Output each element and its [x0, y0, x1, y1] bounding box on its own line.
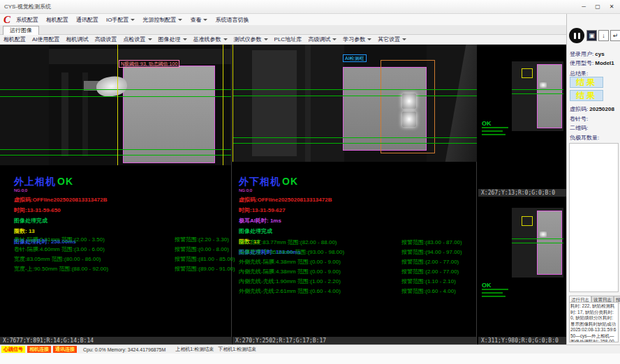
model-value: Model1	[595, 60, 614, 66]
close-icon[interactable]: ✕	[605, 1, 619, 12]
measurement-row: 卷针-隔膜:2.91mm 范围:(2.00 - 3.50)报警范围:(2.20 …	[14, 236, 230, 245]
middle-time: 时间:13-31-59-627	[239, 206, 469, 214]
left-camera-view: N极阈值:93, 动态阈值:100 外上相机OK NG:0;0 虚拟码:OFFl…	[0, 45, 232, 344]
menu-camera-config[interactable]: 相机配置	[46, 16, 68, 24]
pause-button[interactable]	[569, 28, 584, 43]
maximize-icon[interactable]: ▢	[591, 1, 605, 12]
machine-slot	[61, 73, 68, 156]
tab-run-image[interactable]: 运行图像	[3, 26, 39, 35]
login-user-label: 登录用户:	[570, 51, 593, 57]
status-bar: 心跳信号 相机连接 通讯连接 Cpu: 0.0% Memory: 3424.41…	[0, 344, 620, 354]
enter-button[interactable]: ↵	[610, 30, 620, 41]
ai-detect-label: AI检测框	[343, 54, 367, 62]
small-view-top: OK X:267;Y:13;R:0;G:0;B:0	[478, 45, 566, 197]
bright-tab	[540, 232, 547, 237]
virtual-code-label: 虚拟码:	[570, 106, 588, 112]
middle-camera-result-title: 外下相机OK	[239, 176, 469, 188]
log-content[interactable]: 耗时: 222, 缺陷检测耗时: 17, 缺陷分类耗时: 0, 缺陷级联分区耗时…	[569, 302, 619, 342]
tool-advanced-settings[interactable]: 高级设置	[95, 36, 117, 43]
left-barcode: 虚拟码:OFFline2025020813313472B	[14, 196, 223, 204]
bright-tab	[402, 112, 416, 127]
tool-plc-address[interactable]: PLC地址库	[274, 36, 302, 43]
chevron-down-icon	[367, 38, 371, 40]
enter-icon: ↵	[613, 32, 619, 39]
tool-advanced-debug[interactable]: 高级调试	[308, 36, 337, 43]
virtual-code-value: 20250208	[589, 106, 614, 112]
camera-connect-badge: 相机连接	[27, 346, 51, 353]
menu-light-config[interactable]: 光源控制配置	[142, 16, 182, 24]
measurement-row: 外侧壳线-壳线:2.61mm 范围:(0.60 - 4.00)报警范围:(0.6…	[239, 287, 476, 297]
bright-tab	[402, 93, 416, 109]
left-turn-count: 圈数: 13	[14, 227, 223, 235]
small-bottom-image[interactable]	[512, 208, 563, 278]
tab-count-label: 负极耳数量:	[570, 134, 599, 142]
small-bottom-coordinates: X:311;Y:980;R:0;G:0;B:0	[478, 337, 566, 344]
device-button[interactable]: ▣	[586, 30, 597, 41]
pause-icon	[578, 33, 580, 39]
middle-ng-subtitle: NG:0;0	[239, 188, 469, 193]
status-ok: OK	[57, 176, 73, 187]
result-list-box[interactable]	[569, 143, 619, 292]
model-row: 使用型号:Model1	[570, 59, 614, 67]
middle-barcode: 虚拟码:OFFline2025020813313472B	[239, 196, 469, 204]
chevron-down-icon	[131, 19, 135, 21]
measurement-row: 隔膜宽度-下:95.24mm 范围:(93.00 - 98.00)报警范围:(9…	[239, 248, 476, 258]
status-ok: OK	[282, 176, 298, 187]
marker-box	[522, 216, 533, 226]
tool-camera-debug[interactable]: 相机调试	[66, 36, 89, 43]
pause-icon	[574, 33, 576, 39]
app-window: CYS-视觉检测系统 ─ ▢ ✕ C 系统配置 相机配置 通讯配置 IO手配置 …	[0, 0, 620, 364]
measurement-row: 卷针-隔膜:4.60mm 范围:(3.00 - 6.00)报警范围:(0.00 …	[14, 245, 230, 255]
tool-spot-check[interactable]: 点检设置	[124, 36, 152, 43]
left-camera-result-title: 外上相机OK	[14, 176, 223, 188]
menu-language-switch[interactable]: 系统语言切换	[215, 16, 249, 24]
window-title: CYS-视觉检测系统	[4, 3, 51, 10]
device-icon: ▣	[589, 32, 595, 39]
cpu-memory-status: Cpu: 0.0% Memory: 3424.41796875M	[83, 347, 165, 352]
chevron-down-icon	[223, 38, 228, 40]
electrode-block	[123, 66, 215, 163]
right-panel: ▣ ↓ ↵ 登录用户:cys 使用型号:Model1 总结果: 结果 结果 虚拟…	[566, 14, 620, 344]
tool-baseline-params[interactable]: 基准线参数	[193, 36, 228, 43]
control-buttons: ▣ ↓ ↵	[569, 28, 620, 43]
small-top-result: OK	[482, 120, 510, 137]
tool-learning-params[interactable]: 学习参数	[343, 36, 371, 43]
left-camera-image[interactable]: N极阈值:93, 动态阈值:100	[0, 45, 231, 165]
middle-pixel-coordinates: X:270;Y:2502;R:17;G:17;B:17	[232, 337, 476, 344]
threshold-label: N极阈值:93, 动态阈值:100	[119, 60, 179, 68]
tool-other-settings[interactable]: 其它设置	[378, 36, 406, 43]
needle-number-label: 卷针号:	[570, 115, 588, 123]
tab-row: 运行图像	[0, 25, 566, 35]
virtual-code-row: 虚拟码:20250208	[570, 105, 614, 113]
left-pixel-coordinates: X:7677;Y:891;R:14;G:14;B:14	[0, 337, 231, 344]
minimize-icon[interactable]: ─	[577, 1, 591, 12]
menu-view[interactable]: 查看	[190, 16, 207, 24]
bright-tab	[540, 82, 547, 88]
small-top-image[interactable]	[512, 61, 563, 131]
middle-camera-image[interactable]: AI检测框	[232, 45, 477, 162]
middle-measurements: 卷针宽度:83.77mm 范围:(82.00 - 88.00)报警范围:(83.…	[239, 238, 476, 297]
tool-ai-config[interactable]: AI使用配置	[32, 36, 60, 43]
download-button[interactable]: ↓	[598, 30, 609, 41]
footer-spacer	[0, 354, 620, 364]
tool-image-process[interactable]: 图像处理	[158, 36, 187, 43]
arrow-down-icon: ↓	[602, 32, 605, 39]
machine-slot	[305, 45, 311, 162]
chevron-down-icon	[148, 38, 152, 40]
middle-ai-time: 极耳AI耗时: 1ms	[239, 217, 469, 225]
menu-io-config[interactable]: IO手配置	[106, 16, 135, 24]
chevron-down-icon	[332, 38, 337, 40]
measurement-row: 卷针宽度:83.77mm 范围:(82.00 - 88.00)报警范围:(83.…	[239, 238, 476, 248]
menu-comm-config[interactable]: 通讯配置	[76, 16, 98, 24]
small-view-bottom: OK X:311;Y:980;R:0;G:0;B:0	[478, 197, 566, 344]
tool-camera-config[interactable]: 相机配置	[3, 36, 26, 43]
tool-tester-params[interactable]: 测试仪参数	[234, 36, 268, 43]
lower-camera-status: 下相机1:检测结束	[218, 346, 256, 353]
machine-column	[252, 50, 297, 156]
measurement-row: 外侧壳线-隔膜:4.38mm 范围:(0.00 - 9.00)报警范围:(2.0…	[239, 258, 476, 268]
small-views-column: OK X:267;Y:13;R:0;G:0;B:0 OK	[478, 45, 566, 344]
electrode-block	[537, 64, 562, 128]
heartbeat-badge: 心跳信号	[1, 346, 25, 353]
menu-system-config[interactable]: 系统配置	[16, 16, 38, 24]
title-bar: CYS-视觉检测系统 ─ ▢ ✕	[0, 0, 620, 14]
